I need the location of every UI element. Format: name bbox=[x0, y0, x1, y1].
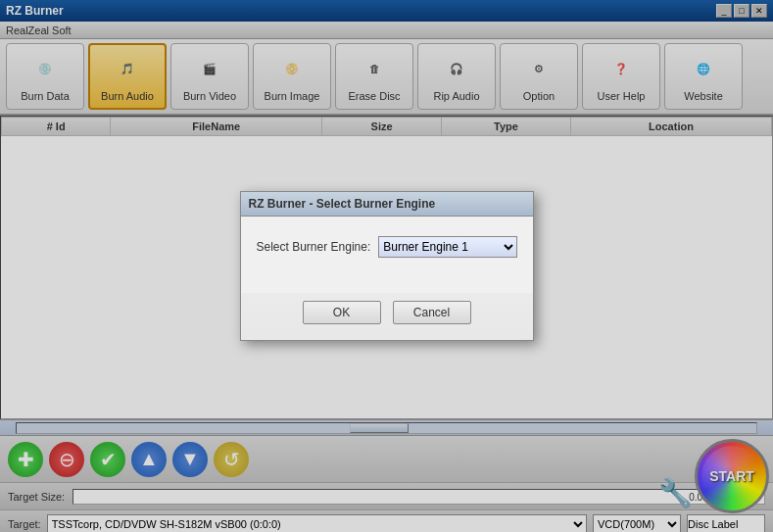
burner-engine-select[interactable]: Burner Engine 1Burner Engine 2 bbox=[378, 236, 516, 258]
modal-dialog: RZ Burner - Select Burner Engine Select … bbox=[240, 191, 534, 341]
modal-select-label: Select Burner Engine: bbox=[257, 240, 371, 254]
ok-button[interactable]: OK bbox=[303, 301, 381, 324]
cancel-button[interactable]: Cancel bbox=[393, 301, 471, 324]
modal-body: Select Burner Engine: Burner Engine 1Bur… bbox=[241, 217, 533, 293]
modal-select-row: Select Burner Engine: Burner Engine 1Bur… bbox=[257, 236, 517, 258]
modal-footer: OK Cancel bbox=[241, 293, 533, 340]
modal-title: RZ Burner - Select Burner Engine bbox=[241, 192, 533, 217]
modal-overlay: RZ Burner - Select Burner Engine Select … bbox=[0, 0, 773, 532]
